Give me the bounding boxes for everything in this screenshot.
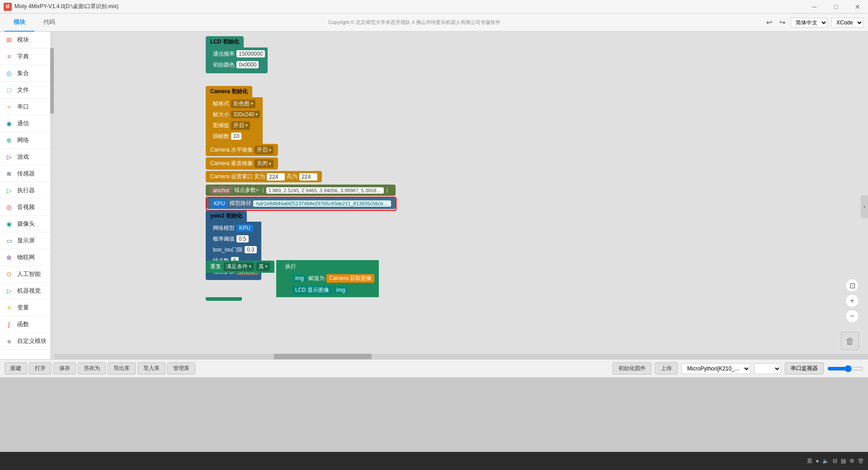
sidebar-item-14[interactable]: ⊙人工智能	[0, 266, 54, 283]
sidebar-item-6[interactable]: ⊕网络	[0, 132, 54, 149]
lcd-baud-value[interactable]: 15000000	[236, 50, 265, 57]
top-toolbar: 模块 代码 Copyright © 北京师范大学米思齐团队 4 佛山市特爱乐机器…	[0, 14, 868, 32]
sidebar-item-15[interactable]: ▷机器视觉	[0, 283, 54, 299]
sidebar-icon-8: ≋	[5, 169, 14, 178]
camera-init-label: Camera 初始化	[210, 88, 248, 95]
taskbar-audio-icon[interactable]: 🔈	[822, 458, 829, 464]
camera-vmirror-dropdown[interactable]: 关闭	[255, 159, 274, 168]
sidebar-item-4[interactable]: ≈串口	[0, 99, 54, 115]
yolo2-init-header: yolo2 初始化	[206, 210, 247, 222]
sidebar-item-9[interactable]: ▷执行器	[0, 182, 54, 199]
sidebar-collapse-button[interactable]: ›	[861, 195, 868, 218]
minimize-button[interactable]: ─	[804, 0, 825, 14]
loop-assign-row: img 赋值为 Camera 获取图像	[285, 273, 374, 283]
taskbar-lang-icon[interactable]: 英	[807, 457, 812, 465]
sidebar-icon-0: ⊞	[5, 35, 14, 44]
sidebar-item-18[interactable]: ◈自定义模块	[0, 333, 54, 350]
language-select[interactable]: 简体中文	[791, 18, 828, 28]
sidebar-item-10[interactable]: ◎音视频	[0, 199, 54, 216]
camera-window-h[interactable]: 224	[299, 173, 317, 180]
sidebar-item-16[interactable]: ≡变量	[0, 299, 54, 316]
camera-vmirror-block: Camera 垂直镜像 关闭	[206, 157, 278, 171]
loop-display-row: LCD 显示图像 img	[285, 285, 374, 295]
open-button[interactable]: 打开	[29, 362, 52, 375]
device-select[interactable]: MicroPython[K210_...	[681, 363, 750, 374]
camera-size-dropdown[interactable]: 320x240	[231, 111, 260, 118]
redo-button[interactable]: ↪	[778, 17, 787, 28]
delete-zone[interactable]: 🗑	[841, 332, 859, 350]
serial-monitor-button[interactable]: 串口监视器	[785, 362, 824, 375]
taskbar-icon-1[interactable]: ♦	[816, 458, 819, 464]
close-button[interactable]: ✕	[847, 0, 868, 14]
save-button[interactable]: 保存	[53, 362, 76, 375]
sidebar-item-5[interactable]: ◉通信	[0, 115, 54, 132]
taskbar-manage-icon[interactable]: 管	[858, 457, 863, 465]
save-as-button[interactable]: 另存为	[78, 362, 106, 375]
yolo2-iou-value[interactable]: 0.3	[245, 246, 257, 253]
sidebar-icon-4: ≈	[5, 102, 14, 111]
camera-capture-dropdown[interactable]: 开启	[231, 121, 250, 130]
h-scrollbar-thumb[interactable]	[274, 354, 372, 359]
titlebar: M Mixly 4MixPY-V1.4.0(D:\桌面\口罩识别.mix) ─ …	[0, 0, 868, 14]
kpu-path-block: KPU 模型路径 /sd/1e8d844abf25137484e297b5c83…	[206, 197, 396, 211]
sidebar-item-13[interactable]: ⊗物联网	[0, 249, 54, 266]
camera-format-dropdown[interactable]: 彩色图	[231, 100, 255, 108]
import-button[interactable]: 导入库	[137, 362, 165, 375]
xcode-select[interactable]: XCode	[831, 18, 863, 28]
sidebar-scroll-thumb[interactable]	[50, 48, 54, 114]
sidebar-item-2[interactable]: ◎集合	[0, 65, 54, 82]
camera-hmirror-dropdown[interactable]: 开启	[255, 146, 274, 154]
lcd-init-header: LCD 初始化	[206, 36, 244, 47]
taskbar-icon-2[interactable]: ⊟	[833, 458, 837, 464]
workspace[interactable]: LCD 初始化 通信频率 15000000 初始颜色 0x0000	[54, 32, 868, 359]
camera-skip-value[interactable]: 10	[231, 133, 241, 140]
upload-button[interactable]: 上传	[655, 362, 678, 375]
lcd-init-label: LCD 初始化	[210, 38, 239, 46]
yolo2-prob-value[interactable]: 0.5	[236, 235, 249, 242]
loop-img-tag: img	[292, 275, 307, 282]
sidebar-item-17[interactable]: ∫函数	[0, 316, 54, 333]
tab-code[interactable]: 代码	[34, 14, 64, 32]
loop-repeat-label: 重复	[210, 263, 221, 271]
manage-button[interactable]: 管理库	[167, 362, 195, 375]
lcd-color-label: 初始颜色	[213, 61, 235, 69]
port-select[interactable]	[754, 363, 781, 374]
taskbar-icon-3[interactable]: ▤	[841, 458, 846, 464]
export-button[interactable]: 导出库	[108, 362, 136, 375]
taskbar-settings-icon[interactable]: ⚙	[849, 458, 854, 464]
volume-slider[interactable]	[827, 365, 863, 372]
tab-blocks[interactable]: 模块	[5, 14, 34, 32]
zoom-fit-button[interactable]: ⊡	[845, 279, 859, 292]
lcd-color-value[interactable]: 0x0000	[236, 61, 259, 68]
sidebar-item-7[interactable]: ▷游戏	[0, 149, 54, 166]
sidebar-item-11[interactable]: ◉摄像头	[0, 216, 54, 233]
sidebar-item-0[interactable]: ⊞模块	[0, 32, 54, 48]
sidebar-item-1[interactable]: ≡字典	[0, 48, 54, 65]
sidebar-label-10: 音视频	[17, 203, 35, 211]
kpu-tag: KPU	[211, 200, 228, 207]
camera-hmirror-row: Camera 水平镜像 开启	[206, 144, 278, 156]
zoom-in-button[interactable]: +	[845, 294, 859, 308]
camera-size-label: 帧大小	[213, 111, 229, 119]
loop-value-dropdown[interactable]: 真	[256, 262, 270, 271]
init-firmware-button[interactable]: 初始化固件	[613, 362, 651, 375]
sidebar-label-0: 模块	[17, 36, 29, 44]
sidebar-scrollbar[interactable]	[50, 32, 54, 359]
new-button[interactable]: 新建	[5, 362, 27, 375]
zoom-out-button[interactable]: −	[845, 309, 859, 323]
sidebar-item-8[interactable]: ≋传感器	[0, 166, 54, 182]
yolo2-prob-row: 概率阈值 0.5	[213, 234, 259, 244]
maximize-button[interactable]: □	[826, 0, 846, 14]
undo-button[interactable]: ↩	[764, 17, 774, 28]
loop-condition-dropdown[interactable]: 满足条件	[224, 262, 254, 271]
anchor-value[interactable]: 1.889, 2.5245, 2.9465, 3.94056, 3.99987,…	[266, 187, 384, 194]
camera-window-block: Camera 设置窗口 宽为 224 高为 224	[206, 171, 322, 183]
camera-format-row: 帧格式 彩色图	[213, 99, 260, 109]
anchor-text: 锚点参数=（	[234, 186, 264, 194]
kpu-path-value[interactable]: /sd/1e8d844abf25137484e297b5c83de211_813…	[253, 200, 391, 207]
sidebar-item-12[interactable]: ▭显示屏	[0, 233, 54, 249]
sidebar-item-3[interactable]: □文件	[0, 82, 54, 99]
bottom-toolbar: 新建 打开 保存 另存为 导出库 导入库 管理库 初始化固件 上传 MicroP…	[0, 359, 868, 377]
camera-window-w[interactable]: 224	[267, 173, 285, 180]
anchor-row: anchor 锚点参数=（ 1.889, 2.5245, 2.9465, 3.9…	[206, 185, 396, 196]
